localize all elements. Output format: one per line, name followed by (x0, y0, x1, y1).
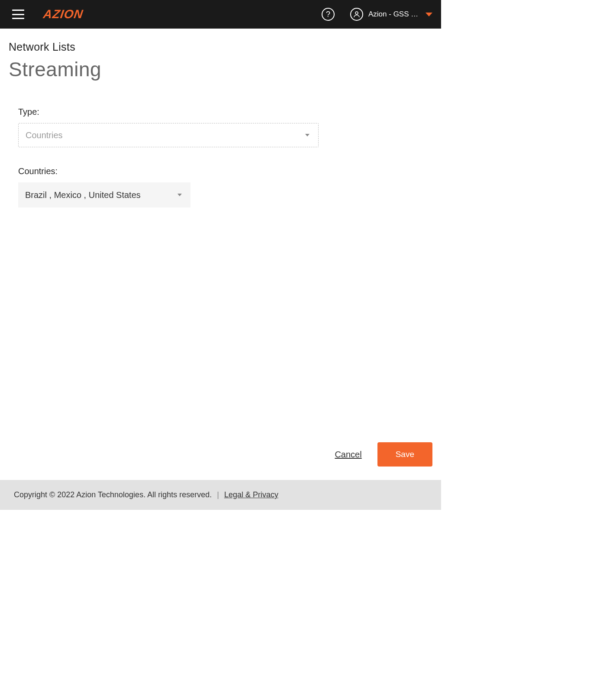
main-content: Network Lists Streaming Type: Countries … (0, 29, 441, 207)
svg-point-0 (355, 12, 358, 14)
type-label: Type: (18, 107, 432, 117)
countries-select[interactable]: Brazil , Mexico , United States (18, 182, 190, 207)
top-header: AZION ? Azion - GSS (… (0, 0, 441, 29)
countries-select-value: Brazil , Mexico , United States (25, 190, 141, 200)
type-select-value: Countries (26, 130, 63, 140)
form: Type: Countries Countries: Brazil , Mexi… (9, 107, 432, 207)
chevron-down-icon (305, 134, 309, 136)
copyright-text: Copyright © 2022 Azion Technologies. All… (14, 490, 212, 499)
legal-privacy-link[interactable]: Legal & Privacy (224, 490, 278, 499)
page-title: Streaming (9, 58, 432, 81)
action-bar: Cancel Save (335, 442, 432, 467)
help-icon[interactable]: ? (322, 8, 335, 21)
chevron-down-icon (177, 194, 182, 196)
countries-label: Countries: (18, 166, 432, 176)
footer: Copyright © 2022 Azion Technologies. All… (0, 480, 441, 510)
footer-divider: | (217, 490, 219, 499)
cancel-button[interactable]: Cancel (335, 450, 361, 460)
breadcrumb[interactable]: Network Lists (9, 41, 432, 53)
header-left: AZION (12, 7, 83, 21)
menu-icon[interactable] (12, 10, 24, 19)
save-button[interactable]: Save (377, 442, 432, 467)
user-menu[interactable]: Azion - GSS (… (350, 8, 432, 21)
type-select[interactable]: Countries (18, 123, 319, 147)
user-label: Azion - GSS (… (368, 10, 420, 19)
header-right: ? Azion - GSS (… (322, 8, 432, 21)
logo[interactable]: AZION (42, 7, 84, 21)
user-icon (350, 8, 363, 21)
chevron-down-icon (425, 13, 432, 16)
